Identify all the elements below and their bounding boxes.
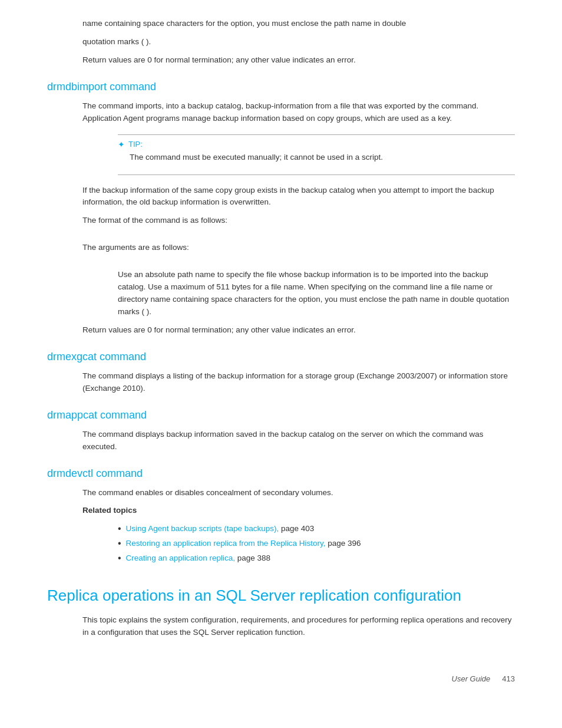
related-link-3-content: Creating an application replica, page 38… <box>126 552 270 565</box>
drmdbimport-return-values: Return values are 0 for normal terminati… <box>82 324 515 337</box>
related-link-1-suffix: page 403 <box>279 524 314 533</box>
intro-paragraph: name containing space characters for the… <box>82 18 515 48</box>
drmexgcat-body1: The command displays a listing of the ba… <box>82 370 515 395</box>
tip-text: The command must be executed manually; i… <box>130 151 508 164</box>
large-section-body: This topic explains the system configura… <box>82 614 515 639</box>
large-section-body-text: This topic explains the system configura… <box>82 614 515 639</box>
section-heading-drmdevctl: drmdevctl command <box>47 467 515 480</box>
related-link-2-anchor[interactable]: Restoring an application replica from th… <box>126 539 326 548</box>
page-content: name containing space characters for the… <box>47 18 515 683</box>
drmexgcat-body: The command displays a listing of the ba… <box>82 370 515 395</box>
related-link-3-suffix: page 388 <box>235 554 270 562</box>
related-link-3-anchor[interactable]: Creating an application replica, <box>126 554 235 562</box>
section-heading-drmdbimport: drmdbimport command <box>47 81 515 93</box>
related-link-2-suffix: page 396 <box>326 539 361 548</box>
drmdbimport-body4: The arguments are as follows: <box>82 242 515 254</box>
intro-text-line2: quotation marks ( ). <box>82 36 515 48</box>
drmdbimport-body3: The format of the command is as follows: <box>82 215 515 227</box>
section-heading-drmexgcat: drmexgcat command <box>47 351 515 363</box>
related-link-2-content: Restoring an application replica from th… <box>126 538 361 550</box>
drmdbimport-body2: If the backup information of the same co… <box>82 185 515 209</box>
footer-label: User Guide <box>452 674 491 683</box>
tip-label: TIP: <box>128 140 143 149</box>
tip-box: ✦ TIP: The command must be executed manu… <box>118 134 515 175</box>
related-topics-label: Related topics <box>82 505 515 517</box>
drmappcat-body1: The command displays backup information … <box>82 429 515 453</box>
section-heading-drmappcat: drmappcat command <box>47 409 515 421</box>
large-section-heading: Replica operations in an SQL Server repl… <box>47 586 515 606</box>
drmdevctl-body1: The command enables or disables concealm… <box>82 487 515 499</box>
drmdbimport-body5-indent: Use an absolute path name to specify the… <box>118 269 515 318</box>
related-link-2: Restoring an application replica from th… <box>118 538 515 550</box>
related-links-list: Using Agent backup scripts (tape backups… <box>118 523 515 565</box>
tip-header: ✦ TIP: <box>118 140 508 149</box>
related-link-3: Creating an application replica, page 38… <box>118 552 515 565</box>
drmdevctl-body: The command enables or disables concealm… <box>82 487 515 565</box>
drmdbimport-body1: The command imports, into a backup catal… <box>82 100 515 125</box>
drmdbimport-body5: Use an absolute path name to specify the… <box>118 269 515 318</box>
intro-text-line1: name containing space characters for the… <box>82 18 515 30</box>
related-link-1-anchor[interactable]: Using Agent backup scripts (tape backups… <box>126 524 279 533</box>
related-link-1-content: Using Agent backup scripts (tape backups… <box>126 523 315 535</box>
return-values-top: Return values are 0 for normal terminati… <box>82 54 515 67</box>
footer-page-number: 413 <box>502 674 515 683</box>
related-link-1: Using Agent backup scripts (tape backups… <box>118 523 515 535</box>
tip-icon: ✦ <box>118 140 125 149</box>
drmdbimport-body: The command imports, into a backup catal… <box>82 100 515 337</box>
page-footer: User Guide 413 <box>47 674 515 683</box>
drmappcat-body: The command displays backup information … <box>82 429 515 453</box>
